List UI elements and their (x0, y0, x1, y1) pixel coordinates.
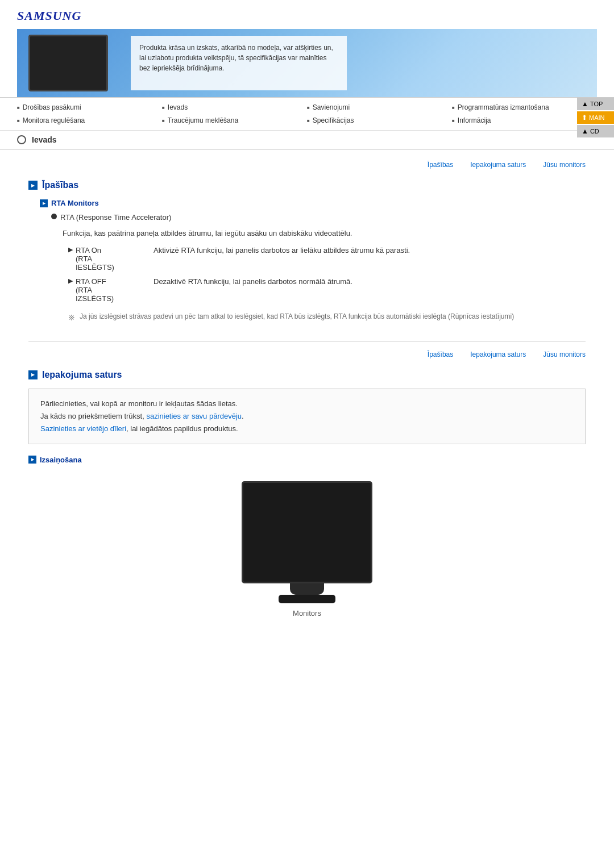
hero-monitor-image (28, 35, 108, 91)
rta-on-row: ▶ RTA On (RTA IESLĒGTS) Aktivizē RTA fun… (68, 246, 586, 272)
ipasibas-section-header: Īpašības (28, 180, 586, 190)
tab-ipasibas[interactable]: Īpašības (428, 161, 453, 169)
rta-monitors-subsection: RTA Monitors RTA (Response Time Accelera… (40, 199, 586, 324)
warning-text: ※ Ja jūs izslēgsiet strāvas padevi un pē… (68, 311, 586, 324)
top-arrow-icon: ▲ (582, 100, 588, 108)
monitor-image-container: Monitors (28, 481, 586, 617)
izsainnosana-header: Izsaiņošana (28, 456, 586, 464)
nav-wrapper: Drošības pasākumi Ievads Savienojumi Pro… (0, 98, 614, 131)
rta-on-arrow-icon: ▶ (68, 246, 73, 253)
tab-jusu-monitors-bottom[interactable]: Jūsu monitors (543, 350, 586, 358)
rta-description: Funkcija, kas paātrina paneļa atbildes ā… (63, 228, 586, 240)
breadcrumb-icon (17, 135, 26, 144)
ipasibas-title: Īpašības (42, 180, 78, 190)
monitor-image (242, 481, 372, 583)
rta-off-row: ▶ RTA OFF (RTA IZSLĒGTS) Dezaktivē RTA f… (68, 277, 586, 303)
rta-item-label: RTA (Response Time Accelerator) (60, 212, 171, 223)
nav-item-drosibas[interactable]: Drošības pasākumi (17, 102, 162, 112)
rta-item: RTA (Response Time Accelerator) (51, 212, 586, 223)
rta-on-label-text: RTA On (RTA IESLĒGTS) (76, 246, 114, 272)
tab-iepakojuma-bottom[interactable]: Iepakojuma saturs (470, 350, 526, 358)
hero-text-box: Produkta krāsa un izskats, atkarībā no m… (131, 36, 347, 90)
main-content: Īpašības Iepakojuma saturs Jūsu monitors… (0, 149, 614, 640)
tab-ipasibas-bottom[interactable]: Īpašības (428, 350, 453, 358)
iepakojuma-section-header: Iepakojuma saturs (28, 370, 586, 380)
tabs-row-bottom: Īpašības Iepakojuma saturs Jūsu monitors (28, 341, 586, 358)
izsainnosana-section: Izsaiņošana (28, 456, 586, 464)
rta-options: ▶ RTA On (RTA IESLĒGTS) Aktivizē RTA fun… (68, 246, 586, 303)
nav-item-specifikacijas[interactable]: Specifikācijas (307, 115, 452, 126)
nav-item-informacija[interactable]: Informācija (452, 115, 597, 126)
rta-off-arrow-icon: ▶ (68, 277, 73, 285)
warning-content: Ja jūs izslēgsiet strāvas padevi un pēc … (80, 311, 514, 324)
package-line1: Pārliecinieties, vai kopā ar monitoru ir… (40, 398, 574, 410)
rta-dot-icon (51, 214, 57, 219)
package-line3: Sazinieties ar vietējo dīleri, lai iegād… (40, 423, 574, 435)
cd-button[interactable]: ▲ CD (577, 125, 614, 137)
package-link2[interactable]: Sazinieties ar vietējo dīleri (40, 424, 126, 433)
nav-bar: Drošības pasākumi Ievads Savienojumi Pro… (0, 98, 614, 131)
header: SAMSUNG Produkta krāsa un izskats, atkar… (0, 0, 614, 98)
warning-symbol-icon: ※ (68, 311, 75, 324)
nav-item-monitora[interactable]: Monitora regulēšana (17, 115, 162, 126)
cd-arrow-icon: ▲ (582, 127, 588, 135)
monitor-stand (290, 583, 324, 595)
top-button[interactable]: ▲ TOP (577, 98, 614, 110)
rta-on-label: ▶ RTA On (RTA IESLĒGTS) (68, 246, 142, 272)
monitor-base (279, 595, 335, 603)
hero-banner: Produkta krāsa un izskats, atkarībā no m… (17, 29, 597, 97)
tabs-row: Īpašības Iepakojuma saturs Jūsu monitors (28, 161, 586, 169)
rta-monitors-title: RTA Monitors (51, 199, 99, 207)
rta-monitors-header: RTA Monitors (40, 199, 586, 207)
ipasibas-section-icon (28, 181, 38, 190)
package-line2: Ja kāds no priekšmetiem trūkst, saziniet… (40, 410, 574, 423)
rta-monitors-icon (40, 199, 48, 207)
rta-on-description: Aktivizē RTA funkciju, lai panelis darbo… (154, 246, 410, 272)
main-button[interactable]: ⬆ MAIN (577, 111, 614, 124)
nav-item-ievads[interactable]: Ievads (162, 102, 307, 112)
breadcrumb: Ievads (0, 131, 614, 149)
breadcrumb-title: Ievads (32, 135, 57, 144)
izsainnosana-icon (28, 456, 36, 464)
nav-item-traucejumu[interactable]: Traucējumu meklēšana (162, 115, 307, 126)
izsainnosana-title: Izsaiņošana (40, 456, 82, 464)
package-box: Pārliecinieties, vai kopā ar monitoru ir… (28, 389, 586, 444)
tab-jusu-monitors[interactable]: Jūsu monitors (543, 161, 586, 169)
main-arrow-icon: ⬆ (582, 114, 587, 122)
hero-text: Produkta krāsa un izskats, atkarībā no m… (139, 44, 333, 72)
nav-item-programmaturas[interactable]: Programmatūras izmantošana (452, 102, 597, 112)
rta-off-label-text: RTA OFF (RTA IZSLĒGTS) (76, 277, 114, 303)
samsung-logo: SAMSUNG (17, 9, 597, 23)
package-link1[interactable]: sazinieties ar savu pārdevēju (146, 412, 242, 420)
iepakojuma-section-icon (28, 370, 38, 379)
rta-off-description: Dezaktivē RTA funkciju, lai panelis darb… (154, 277, 352, 303)
nav-item-savienojumi[interactable]: Savienojumi (307, 102, 452, 112)
iepakojuma-title: Iepakojuma saturs (42, 370, 122, 380)
rta-off-label: ▶ RTA OFF (RTA IZSLĒGTS) (68, 277, 142, 303)
monitor-label: Monitors (293, 609, 321, 617)
side-buttons: ▲ TOP ⬆ MAIN ▲ CD (577, 98, 614, 137)
tab-iepakojuma[interactable]: Iepakojuma saturs (470, 161, 526, 169)
iepakojuma-section: Iepakojuma saturs Pārliecinieties, vai k… (28, 370, 586, 444)
